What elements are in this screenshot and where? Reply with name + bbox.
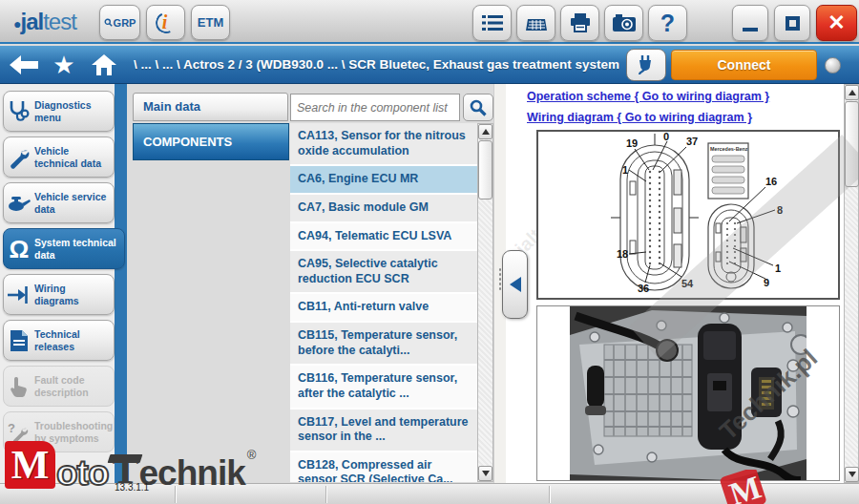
jaltest-logo: ●jaltest bbox=[13, 9, 76, 35]
back-button[interactable] bbox=[8, 52, 40, 78]
component-search-input[interactable] bbox=[290, 94, 460, 121]
component-list-scrollbar[interactable] bbox=[477, 123, 493, 482]
sidebar-item-fault-code-description: Fault code description bbox=[3, 366, 115, 407]
hammer-icon bbox=[107, 454, 142, 463]
home-icon bbox=[92, 54, 116, 75]
print-button[interactable] bbox=[560, 5, 599, 41]
list-item[interactable]: CB11, Anti-return valve bbox=[290, 294, 477, 323]
keyboard-button[interactable] bbox=[516, 5, 555, 41]
list-icon bbox=[482, 14, 503, 32]
close-icon: ✕ bbox=[828, 12, 845, 33]
omega-icon: Ω bbox=[4, 237, 34, 262]
pin-label: 37 bbox=[686, 136, 698, 147]
list-item[interactable]: CB115, Temperature sensor, before the ca… bbox=[290, 323, 477, 366]
keyboard-icon bbox=[525, 14, 548, 32]
star-icon: ★ bbox=[52, 52, 74, 77]
sidebar-item-diagnostics-menu[interactable]: Diagnostics menu bbox=[3, 91, 115, 132]
maximize-icon bbox=[786, 16, 800, 31]
sidebar-item-vehicle-service-data[interactable]: Vehicle service data bbox=[3, 182, 115, 223]
component-location-photo[interactable] bbox=[536, 305, 840, 481]
sidebar-item-technical-releases[interactable]: Technical releases bbox=[3, 320, 115, 361]
wiring-arrow-icon bbox=[4, 284, 34, 305]
back-arrow-icon bbox=[10, 55, 38, 74]
jaltest-app-window: ●jaltest GRP i ETM ? ✕ ★ bbox=[0, 0, 859, 504]
scroll-down-button[interactable] bbox=[845, 467, 859, 482]
pin-label: 36 bbox=[638, 283, 649, 294]
navbar: ★ \ ... \ ... \ Actros 2 / 3 (WDB930.0 .… bbox=[0, 46, 859, 84]
info-arc-icon bbox=[152, 9, 178, 35]
grp-button[interactable]: GRP bbox=[99, 5, 140, 40]
connection-status-led bbox=[825, 57, 841, 74]
plug-icon bbox=[636, 53, 657, 76]
question-wrench-icon: ? bbox=[4, 421, 34, 444]
connect-button[interactable]: Connect bbox=[671, 50, 817, 80]
sidebar-item-wiring-diagrams[interactable]: Wiring diagrams bbox=[3, 274, 115, 315]
operation-scheme-link[interactable]: Operation scheme { Go to wiring diagram … bbox=[527, 90, 769, 103]
sidebar-accent-strip bbox=[115, 84, 127, 483]
list-item[interactable]: CA94, Telematic ECU LSVA bbox=[290, 223, 477, 252]
list-menu-button[interactable] bbox=[472, 5, 512, 41]
wiring-diagram-link[interactable]: Wiring diagram { Go to wiring diagram } bbox=[527, 111, 752, 124]
triangle-left-icon bbox=[510, 277, 521, 292]
stethoscope-icon bbox=[4, 99, 34, 124]
minimize-button[interactable] bbox=[732, 5, 768, 41]
etm-button[interactable]: ETM bbox=[191, 5, 230, 40]
scroll-up-button[interactable] bbox=[845, 85, 859, 100]
triangle-up-icon bbox=[482, 129, 490, 135]
svg-text:?: ? bbox=[8, 421, 15, 435]
maximize-button[interactable] bbox=[774, 5, 810, 41]
breadcrumb: \ ... \ ... \ Actros 2 / 3 (WDB930.0 ...… bbox=[134, 57, 619, 72]
list-item[interactable]: CB116, Temperature sensor, after the cat… bbox=[290, 366, 477, 409]
detail-scrollbar[interactable] bbox=[844, 84, 859, 483]
pin-label: 8 bbox=[777, 204, 783, 216]
statusbar-separator bbox=[325, 486, 326, 503]
component-list: CA113, Sensor for the nitrous oxide accu… bbox=[290, 123, 477, 482]
sidebar: Diagnostics menu Vehicle technical data … bbox=[0, 84, 127, 483]
pin-label: 54 bbox=[681, 278, 694, 289]
list-item[interactable]: CB117, Level and temperature sensor in t… bbox=[290, 410, 477, 452]
close-button[interactable]: ✕ bbox=[816, 5, 857, 41]
search-button[interactable] bbox=[463, 94, 493, 121]
list-item[interactable]: CB128, Compressed air sensor SCR (Select… bbox=[290, 452, 477, 482]
scroll-thumb[interactable] bbox=[478, 140, 492, 200]
favorites-button[interactable]: ★ bbox=[48, 52, 80, 78]
pin-label: 18 bbox=[617, 248, 628, 260]
screenshot-button[interactable] bbox=[604, 5, 643, 41]
home-button[interactable] bbox=[88, 52, 120, 78]
list-item[interactable]: CA7, Basic module GM bbox=[290, 195, 477, 223]
titlebar: ●jaltest GRP i ETM ? ✕ bbox=[0, 0, 859, 44]
collapse-panel-button[interactable] bbox=[502, 250, 528, 319]
sidebar-item-system-technical-data[interactable]: Ω System technical data bbox=[3, 228, 125, 269]
wrench-icon bbox=[4, 146, 34, 169]
detail-panel: ● jaltest ● jaltest ● jaltest ● jaltest … bbox=[506, 84, 844, 483]
list-item[interactable]: CA95, Selective catalytic reduction ECU … bbox=[290, 251, 477, 294]
info-button[interactable]: i bbox=[146, 5, 185, 40]
version-label: 13.3.1.1 bbox=[115, 482, 149, 493]
list-item-selected[interactable]: CA6, Engine ECU MR bbox=[290, 166, 477, 195]
connector-type-button[interactable] bbox=[626, 49, 666, 81]
sidebar-item-vehicle-technical-data[interactable]: Vehicle technical data bbox=[3, 136, 115, 178]
oil-can-icon bbox=[4, 195, 34, 212]
printer-icon bbox=[570, 13, 591, 32]
search-icon bbox=[470, 99, 487, 116]
scroll-up-button[interactable] bbox=[478, 124, 492, 139]
registered-mark: ® bbox=[247, 448, 257, 462]
pin-label: 16 bbox=[765, 176, 777, 187]
triangle-down-icon bbox=[849, 472, 856, 477]
triangle-up-icon bbox=[849, 90, 856, 95]
moto-m-mark: M bbox=[5, 441, 55, 489]
scroll-thumb[interactable] bbox=[845, 101, 859, 187]
list-item[interactable]: CA113, Sensor for the nitrous oxide accu… bbox=[290, 123, 477, 166]
connector-pinout-diagram[interactable]: 19 0 37 1 18 36 54 Mercedes-Benz bbox=[536, 130, 840, 300]
pin-label: 9 bbox=[764, 277, 769, 288]
document-icon bbox=[4, 329, 34, 352]
components-section-header[interactable]: COMPONENTS bbox=[133, 123, 289, 160]
statusbar-separator bbox=[549, 486, 550, 503]
pin-label: 1 bbox=[775, 262, 781, 274]
triangle-down-icon bbox=[482, 471, 490, 476]
pin-label: 19 bbox=[626, 137, 638, 149]
pin-label: 0 bbox=[663, 132, 669, 142]
tab-main-data[interactable]: Main data bbox=[133, 93, 288, 121]
scroll-down-button[interactable] bbox=[478, 466, 492, 481]
help-button[interactable]: ? bbox=[648, 5, 687, 41]
